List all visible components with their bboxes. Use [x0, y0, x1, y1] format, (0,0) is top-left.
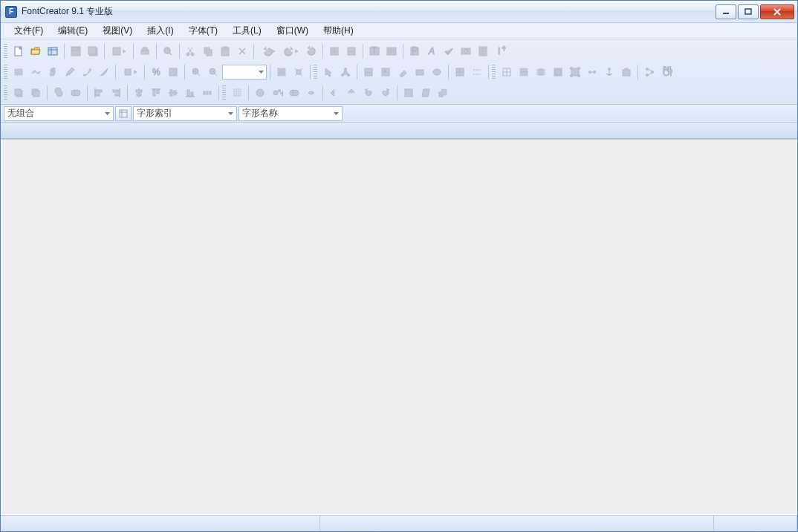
contour-button[interactable] [337, 64, 354, 80]
ellipse-button[interactable] [429, 64, 445, 80]
add-point-button[interactable]: + [269, 85, 285, 101]
zoom-out-button[interactable] [205, 64, 221, 80]
measure-tool-button[interactable]: % [148, 64, 164, 80]
zoom-in-button[interactable] [188, 64, 204, 80]
show-bearings-button[interactable] [533, 64, 549, 80]
new-file-button[interactable] [10, 43, 27, 59]
properties-button[interactable]: P [406, 43, 423, 59]
zoom-combo[interactable] [222, 65, 267, 80]
rectangle-button[interactable] [412, 64, 428, 80]
category-combo[interactable]: 无组合 [4, 106, 114, 121]
simplify-button[interactable] [252, 85, 268, 101]
pen-tool-button[interactable] [62, 64, 78, 80]
knife-tool-button[interactable] [96, 64, 112, 80]
hand-tool-button[interactable] [45, 64, 61, 80]
show-anchors-button[interactable] [601, 64, 617, 80]
validate-button[interactable] [441, 43, 457, 59]
remove-overlap-button[interactable] [286, 85, 302, 101]
toolbar-grip[interactable] [222, 85, 226, 100]
pointer-button[interactable] [320, 64, 337, 80]
bold-button[interactable] [400, 85, 417, 101]
save-all-button[interactable] [85, 43, 101, 59]
merge-button[interactable] [303, 85, 319, 101]
menu-tools[interactable]: 工具(L) [225, 23, 269, 39]
cut-button[interactable] [183, 43, 199, 59]
workspace[interactable] [1, 139, 797, 515]
menu-font[interactable]: 字体(T) [181, 23, 225, 39]
find-button[interactable] [160, 43, 176, 59]
preview-button[interactable] [383, 43, 400, 59]
color-tool-button[interactable] [165, 64, 181, 80]
fit-window-button[interactable] [273, 64, 290, 80]
undo-button[interactable] [257, 43, 279, 59]
flip-h-button[interactable] [326, 85, 343, 101]
autokern-button[interactable]: A [424, 43, 440, 59]
show-connections-button[interactable] [584, 64, 600, 80]
show-metrics-button[interactable] [516, 64, 532, 80]
minimize-button[interactable] [716, 4, 736, 19]
toolbar-grip[interactable] [4, 65, 7, 80]
scale-button[interactable] [435, 85, 451, 101]
delete-button[interactable] [234, 43, 250, 59]
show-points-button[interactable] [567, 64, 583, 80]
guidelines-button[interactable] [469, 64, 485, 80]
uninstall-font-button[interactable] [343, 43, 360, 59]
union-button[interactable] [51, 85, 67, 101]
align-center-h-button[interactable] [131, 85, 147, 101]
close-button[interactable] [760, 4, 794, 19]
align-top-button[interactable] [148, 85, 164, 101]
maximize-button[interactable] [738, 4, 759, 19]
test-font-button[interactable]: T [366, 43, 383, 59]
toolbar-grip[interactable] [4, 44, 7, 59]
bring-front-button[interactable] [10, 85, 27, 101]
menu-help[interactable]: 帮助(H) [316, 23, 361, 39]
rotate-right-button[interactable] [377, 85, 394, 101]
insert-char-button[interactable]: I+ [492, 43, 508, 59]
repeat-button[interactable] [303, 43, 319, 59]
menu-view[interactable]: 视图(V) [95, 23, 140, 39]
toolbar-grip[interactable] [4, 85, 7, 100]
align-right-button[interactable] [108, 85, 124, 101]
freehand-tool-button[interactable] [27, 64, 44, 80]
show-grid-button[interactable] [499, 64, 515, 80]
background-button[interactable] [360, 64, 377, 80]
copy-button[interactable] [200, 43, 216, 59]
sort-combo[interactable]: 字形索引 [133, 106, 237, 121]
grid-toggle-button[interactable] [452, 64, 468, 80]
distribute-button[interactable] [199, 85, 215, 101]
import-image-button[interactable] [377, 64, 394, 80]
fit-glyph-button[interactable] [291, 64, 307, 80]
italic-button[interactable] [418, 85, 434, 101]
toolbar-grip[interactable] [314, 65, 317, 80]
show-toolbox-button[interactable] [618, 64, 635, 80]
shape-tool-button[interactable] [119, 64, 141, 80]
tree-view-button[interactable] [641, 64, 658, 80]
intersect-button[interactable] [68, 85, 84, 101]
show-fill-button[interactable] [550, 64, 566, 80]
category-lookup-button[interactable] [115, 106, 132, 121]
menu-edit[interactable]: 编辑(E) [51, 23, 95, 39]
align-center-v-button[interactable] [165, 85, 181, 101]
menu-file[interactable]: 文件(F) [7, 23, 51, 39]
brush-tool-button[interactable] [79, 64, 95, 80]
selection-tool-button[interactable] [10, 64, 27, 80]
font-overview-button[interactable] [45, 43, 61, 59]
print-button[interactable] [137, 43, 153, 59]
menu-insert[interactable]: 插入(I) [140, 23, 181, 39]
open-file-button[interactable] [27, 43, 44, 59]
toggle-direction-button[interactable]: NOON [658, 64, 675, 80]
opentype-button[interactable] [458, 43, 474, 59]
snap-grid-button[interactable] [229, 85, 245, 101]
toolbar-grip[interactable] [492, 65, 496, 80]
save-button[interactable] [68, 43, 84, 59]
export-button[interactable] [108, 43, 130, 59]
align-left-button[interactable] [91, 85, 107, 101]
align-bottom-button[interactable] [182, 85, 198, 101]
rotate-left-button[interactable] [360, 85, 377, 101]
send-back-button[interactable] [27, 85, 44, 101]
scripts-button[interactable] [475, 43, 491, 59]
flip-v-button[interactable] [343, 85, 360, 101]
eraser-button[interactable] [395, 64, 411, 80]
install-font-button[interactable] [326, 43, 343, 59]
redo-button[interactable] [280, 43, 302, 59]
